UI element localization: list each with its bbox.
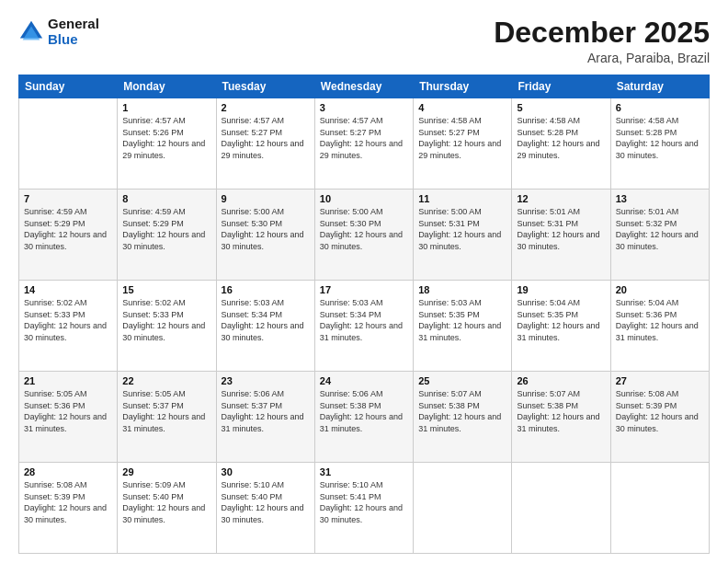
week-row-2: 14Sunrise: 5:02 AMSunset: 5:33 PMDayligh… bbox=[19, 281, 710, 372]
cell-1-2: 9Sunrise: 5:00 AMSunset: 5:30 PMDaylight… bbox=[216, 190, 314, 281]
day-num-3-0: 21 bbox=[24, 375, 112, 386]
day-info-1-6: Sunrise: 5:01 AMSunset: 5:32 PMDaylight:… bbox=[616, 206, 704, 252]
day-info-4-3: Sunrise: 5:10 AMSunset: 5:41 PMDaylight:… bbox=[320, 479, 408, 525]
header-thursday: Thursday bbox=[414, 75, 512, 98]
day-num-0-4: 4 bbox=[418, 102, 506, 113]
day-num-1-3: 10 bbox=[320, 193, 408, 204]
day-info-2-4: Sunrise: 5:03 AMSunset: 5:35 PMDaylight:… bbox=[418, 297, 506, 343]
day-num-4-3: 31 bbox=[320, 466, 408, 477]
day-num-0-5: 5 bbox=[517, 102, 605, 113]
cell-3-2: 23Sunrise: 5:06 AMSunset: 5:37 PMDayligh… bbox=[216, 372, 314, 463]
logo-line2: Blue bbox=[48, 32, 99, 48]
day-info-0-5: Sunrise: 4:58 AMSunset: 5:28 PMDaylight:… bbox=[517, 115, 605, 161]
day-info-3-1: Sunrise: 5:05 AMSunset: 5:37 PMDaylight:… bbox=[122, 388, 210, 434]
title-block: December 2025 Arara, Paraiba, Brazil bbox=[494, 17, 710, 65]
day-info-2-5: Sunrise: 5:04 AMSunset: 5:35 PMDaylight:… bbox=[517, 297, 605, 343]
header-saturday: Saturday bbox=[610, 75, 709, 98]
day-num-3-5: 26 bbox=[517, 375, 605, 386]
day-info-0-4: Sunrise: 4:58 AMSunset: 5:27 PMDaylight:… bbox=[418, 115, 506, 161]
cell-4-2: 30Sunrise: 5:10 AMSunset: 5:40 PMDayligh… bbox=[216, 463, 314, 554]
day-num-2-3: 17 bbox=[320, 284, 408, 295]
cell-4-6 bbox=[610, 463, 709, 554]
cell-0-0 bbox=[19, 98, 118, 190]
day-num-0-6: 6 bbox=[616, 102, 704, 113]
cell-2-2: 16Sunrise: 5:03 AMSunset: 5:34 PMDayligh… bbox=[216, 281, 314, 372]
day-info-0-1: Sunrise: 4:57 AMSunset: 5:26 PMDaylight:… bbox=[122, 115, 210, 161]
cell-3-0: 21Sunrise: 5:05 AMSunset: 5:36 PMDayligh… bbox=[19, 372, 118, 463]
header-wednesday: Wednesday bbox=[314, 75, 413, 98]
day-num-1-4: 11 bbox=[418, 193, 506, 204]
day-num-3-6: 27 bbox=[616, 375, 704, 386]
day-num-3-4: 25 bbox=[418, 375, 506, 386]
cell-1-0: 7Sunrise: 4:59 AMSunset: 5:29 PMDaylight… bbox=[19, 190, 118, 281]
cell-4-1: 29Sunrise: 5:09 AMSunset: 5:40 PMDayligh… bbox=[118, 463, 216, 554]
day-info-1-5: Sunrise: 5:01 AMSunset: 5:31 PMDaylight:… bbox=[517, 206, 605, 252]
day-info-3-5: Sunrise: 5:07 AMSunset: 5:38 PMDaylight:… bbox=[517, 388, 605, 434]
cell-2-3: 17Sunrise: 5:03 AMSunset: 5:34 PMDayligh… bbox=[314, 281, 413, 372]
day-info-2-0: Sunrise: 5:02 AMSunset: 5:33 PMDaylight:… bbox=[24, 297, 112, 343]
cell-3-6: 27Sunrise: 5:08 AMSunset: 5:39 PMDayligh… bbox=[610, 372, 709, 463]
day-num-1-2: 9 bbox=[222, 193, 310, 204]
day-info-2-2: Sunrise: 5:03 AMSunset: 5:34 PMDaylight:… bbox=[222, 297, 310, 343]
header-friday: Friday bbox=[512, 75, 610, 98]
day-num-1-5: 12 bbox=[517, 193, 605, 204]
calendar-header-row: Sunday Monday Tuesday Wednesday Thursday… bbox=[19, 75, 710, 98]
day-info-3-0: Sunrise: 5:05 AMSunset: 5:36 PMDaylight:… bbox=[24, 388, 112, 434]
cell-3-1: 22Sunrise: 5:05 AMSunset: 5:37 PMDayligh… bbox=[118, 372, 216, 463]
day-num-3-3: 24 bbox=[320, 375, 408, 386]
day-info-3-6: Sunrise: 5:08 AMSunset: 5:39 PMDaylight:… bbox=[616, 388, 704, 434]
cell-4-5 bbox=[512, 463, 610, 554]
day-info-1-2: Sunrise: 5:00 AMSunset: 5:30 PMDaylight:… bbox=[222, 206, 310, 252]
day-info-0-2: Sunrise: 4:57 AMSunset: 5:27 PMDaylight:… bbox=[222, 115, 310, 161]
cell-4-4 bbox=[414, 463, 512, 554]
day-info-4-2: Sunrise: 5:10 AMSunset: 5:40 PMDaylight:… bbox=[222, 479, 310, 525]
week-row-4: 28Sunrise: 5:08 AMSunset: 5:39 PMDayligh… bbox=[19, 463, 710, 554]
cell-1-3: 10Sunrise: 5:00 AMSunset: 5:30 PMDayligh… bbox=[314, 190, 413, 281]
cell-0-4: 4Sunrise: 4:58 AMSunset: 5:27 PMDaylight… bbox=[414, 98, 512, 190]
cell-2-6: 20Sunrise: 5:04 AMSunset: 5:36 PMDayligh… bbox=[610, 281, 709, 372]
day-info-1-3: Sunrise: 5:00 AMSunset: 5:30 PMDaylight:… bbox=[320, 206, 408, 252]
calendar-table: Sunday Monday Tuesday Wednesday Thursday… bbox=[18, 75, 710, 554]
header-monday: Monday bbox=[118, 75, 216, 98]
day-num-1-0: 7 bbox=[24, 193, 112, 204]
day-num-3-2: 23 bbox=[222, 375, 310, 386]
cell-3-5: 26Sunrise: 5:07 AMSunset: 5:38 PMDayligh… bbox=[512, 372, 610, 463]
day-info-2-3: Sunrise: 5:03 AMSunset: 5:34 PMDaylight:… bbox=[320, 297, 408, 343]
cell-3-4: 25Sunrise: 5:07 AMSunset: 5:38 PMDayligh… bbox=[414, 372, 512, 463]
day-num-0-1: 1 bbox=[122, 102, 210, 113]
page: General Blue December 2025 Arara, Paraib… bbox=[0, 0, 728, 563]
cell-1-4: 11Sunrise: 5:00 AMSunset: 5:31 PMDayligh… bbox=[414, 190, 512, 281]
location: Arara, Paraiba, Brazil bbox=[494, 51, 710, 65]
logo-icon bbox=[18, 19, 44, 45]
cell-1-6: 13Sunrise: 5:01 AMSunset: 5:32 PMDayligh… bbox=[610, 190, 709, 281]
header-sunday: Sunday bbox=[19, 75, 118, 98]
cell-2-4: 18Sunrise: 5:03 AMSunset: 5:35 PMDayligh… bbox=[414, 281, 512, 372]
cell-4-0: 28Sunrise: 5:08 AMSunset: 5:39 PMDayligh… bbox=[19, 463, 118, 554]
day-info-1-1: Sunrise: 4:59 AMSunset: 5:29 PMDaylight:… bbox=[122, 206, 210, 252]
day-num-0-2: 2 bbox=[222, 102, 310, 113]
month-title: December 2025 bbox=[494, 17, 710, 49]
day-num-4-2: 30 bbox=[222, 466, 310, 477]
cell-0-2: 2Sunrise: 4:57 AMSunset: 5:27 PMDaylight… bbox=[216, 98, 314, 190]
cell-2-0: 14Sunrise: 5:02 AMSunset: 5:33 PMDayligh… bbox=[19, 281, 118, 372]
day-info-3-3: Sunrise: 5:06 AMSunset: 5:38 PMDaylight:… bbox=[320, 388, 408, 434]
day-num-2-6: 20 bbox=[616, 284, 704, 295]
day-info-2-6: Sunrise: 5:04 AMSunset: 5:36 PMDaylight:… bbox=[616, 297, 704, 343]
day-num-0-3: 3 bbox=[320, 102, 408, 113]
cell-3-3: 24Sunrise: 5:06 AMSunset: 5:38 PMDayligh… bbox=[314, 372, 413, 463]
day-info-4-1: Sunrise: 5:09 AMSunset: 5:40 PMDaylight:… bbox=[122, 479, 210, 525]
cell-1-1: 8Sunrise: 4:59 AMSunset: 5:29 PMDaylight… bbox=[118, 190, 216, 281]
day-num-2-2: 16 bbox=[222, 284, 310, 295]
cell-0-3: 3Sunrise: 4:57 AMSunset: 5:27 PMDaylight… bbox=[314, 98, 413, 190]
day-num-1-6: 13 bbox=[616, 193, 704, 204]
header: General Blue December 2025 Arara, Paraib… bbox=[18, 17, 710, 65]
day-num-2-5: 19 bbox=[517, 284, 605, 295]
week-row-0: 1Sunrise: 4:57 AMSunset: 5:26 PMDaylight… bbox=[19, 98, 710, 190]
cell-0-5: 5Sunrise: 4:58 AMSunset: 5:28 PMDaylight… bbox=[512, 98, 610, 190]
logo-text: General Blue bbox=[48, 17, 99, 47]
cell-0-6: 6Sunrise: 4:58 AMSunset: 5:28 PMDaylight… bbox=[610, 98, 709, 190]
day-info-4-0: Sunrise: 5:08 AMSunset: 5:39 PMDaylight:… bbox=[24, 479, 112, 525]
day-num-4-1: 29 bbox=[122, 466, 210, 477]
day-num-4-0: 28 bbox=[24, 466, 112, 477]
day-info-0-6: Sunrise: 4:58 AMSunset: 5:28 PMDaylight:… bbox=[616, 115, 704, 161]
